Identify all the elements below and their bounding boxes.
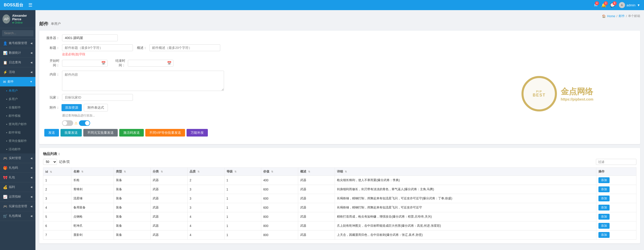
cell-quality: 4 [188, 230, 225, 240]
notvip-batch-button[interactable]: 不同元宝批量发送 [83, 129, 118, 137]
add-item-button[interactable]: 添加 [598, 223, 610, 229]
send-button[interactable]: 发送 [44, 129, 59, 137]
toggle-switch[interactable] [62, 120, 73, 126]
main-content: 🏠 Home / 邮件 / 单个邮箱 邮件 单用户 服务器： 标题： 概述： 这… [35, 10, 644, 250]
sidebar-item-log[interactable]: 📋 日志查询 ◀ [0, 58, 35, 67]
breadcrumb-mail[interactable]: 邮件 [619, 14, 625, 18]
page-size-select[interactable]: 50 100 200 [43, 159, 57, 165]
sidebar-item-audit[interactable]: ● 邮件审核 [0, 128, 35, 137]
sidebar-item-ops[interactable]: 📈 运营指标 ◀ [0, 192, 35, 202]
per-page-label: 记录/页 [59, 160, 70, 164]
toggle-area[interactable]: ⚠ [62, 120, 90, 126]
chevron-icon: ◀ [30, 61, 32, 64]
sidebar-item-query-all[interactable]: ● 查询全服邮件 [0, 137, 35, 145]
cell-detail: 长绳铁锤，精钢打制，挥舞起来有似流星飞闪，可近攻亦可近守(爆分武将：丁奉,徐盛) [335, 194, 596, 203]
cell-detail: 精铁打造而成，枪尖有如钩镰，增强攻击(爆分武将：程普,吕玲绮,关兴) [335, 212, 596, 221]
sidebar-item-welfare[interactable]: 💰 福利 ◀ [0, 182, 35, 192]
attachment-method-button[interactable]: 附件表达式 [84, 104, 108, 111]
col-summary[interactable]: 概述 ⇅ [298, 168, 335, 176]
sub-item-label: 查询全服邮件 [9, 139, 27, 143]
col-level[interactable]: 等级 ⇅ [224, 168, 261, 176]
sidebar-item-single-user[interactable]: ● 单用户 [0, 87, 35, 95]
cell-action[interactable]: 添加 [596, 194, 636, 203]
add-item-button[interactable]: 添加 [598, 196, 610, 201]
col-id[interactable]: id ⇅ [43, 168, 71, 176]
cell-value: 400 [261, 176, 298, 185]
sidebar-item-stats[interactable]: 📊 数据统计 ◀ [0, 48, 35, 58]
cell-id: 7 [43, 230, 71, 240]
col-action: 操作 [596, 168, 636, 176]
sidebar-item-player[interactable]: 🎮 玩家信息管理 ◀ [0, 202, 35, 211]
add-item-button[interactable]: 添加 [598, 214, 610, 220]
player-input[interactable] [62, 94, 133, 101]
content-textarea[interactable] [62, 71, 224, 91]
sidebar-item-activity[interactable]: ⚡ 活动 ◀ [0, 67, 35, 77]
add-item-button[interactable]: 添加 [598, 205, 610, 210]
add-item-button[interactable]: 添加 [598, 186, 610, 192]
vip-batch-button[interactable]: 不同VIP等份批量发送 [145, 129, 185, 137]
sidebar-item-mail[interactable]: ✉ 邮件 ▼ [0, 77, 35, 87]
warning-icon: ⚠ [74, 121, 78, 125]
sidebar-item-gift[interactable]: 🎀 礼包 ◀ [0, 173, 35, 182]
summary-input[interactable] [149, 44, 220, 51]
dot-icon: ● [6, 98, 7, 100]
col-value[interactable]: 价值 ⇅ [261, 168, 298, 176]
chevron-icon: ◀ [30, 71, 32, 73]
sidebar-item-account[interactable]: 👤 账号权限管理 ◀ [0, 39, 35, 48]
toggle-switch-2[interactable] [79, 120, 90, 126]
add-attachment-button[interactable]: 添加资源 [62, 104, 82, 111]
supplement-button[interactable]: 万能补发 [187, 129, 208, 137]
sort-icon: ⇅ [308, 170, 310, 173]
add-item-button[interactable]: 添加 [598, 177, 610, 183]
sidebar-item-label: 礼包商城 [9, 214, 21, 218]
end-date-input[interactable] [128, 60, 173, 67]
end-datetime[interactable]: 📅 [128, 60, 173, 67]
sidebar-item-giftcode[interactable]: 🎁 礼包码 ◀ [0, 163, 35, 173]
cell-action[interactable]: 添加 [596, 221, 636, 230]
hamburger-icon[interactable]: ☰ [28, 2, 32, 8]
start-date-input[interactable] [62, 60, 108, 67]
col-type[interactable]: 类型 ⇅ [114, 168, 151, 176]
cell-summary: 武器 [298, 212, 335, 221]
cell-category: 武器 [151, 176, 188, 185]
breadcrumb-home[interactable]: Home [607, 14, 615, 18]
subject-input[interactable] [62, 44, 133, 51]
cell-action[interactable]: 添加 [596, 176, 636, 185]
start-datetime[interactable]: 📅 [62, 60, 108, 67]
top-navbar: BOSS后台 ☰ ✉ 4 🔔 3 💬 9 A admin ▼ [0, 0, 644, 10]
sidebar-item-label: 运营指标 [9, 195, 21, 199]
mail-nav-icon[interactable]: ✉ 4 [594, 3, 597, 8]
sidebar-item-template[interactable]: ● 邮件模板 [0, 112, 35, 120]
cell-summary: 武器 [298, 194, 335, 203]
col-category[interactable]: 分类 ⇅ [151, 168, 188, 176]
sidebar-search[interactable] [0, 28, 35, 39]
search-input[interactable] [2, 30, 33, 36]
cell-id: 5 [43, 212, 71, 221]
filter-input[interactable] [596, 159, 636, 165]
sidebar-item-all-mail[interactable]: ● 全服邮件 [0, 103, 35, 112]
sidebar-item-giftshop[interactable]: 🛒 礼包商城 ◀ [0, 211, 35, 221]
cell-id: 6 [43, 221, 71, 230]
add-item-button[interactable]: 添加 [598, 232, 610, 238]
sidebar-item-multi-user[interactable]: ● 多用户 [0, 95, 35, 103]
sidebar-item-real[interactable]: 🎮 实时管理 ◀ [0, 153, 35, 163]
sidebar-item-query-user[interactable]: ● 查询用户邮件 [0, 120, 35, 128]
cell-action[interactable]: 添加 [596, 203, 636, 212]
user-profile[interactable]: A admin ▼ [619, 2, 640, 8]
sidebar-item-activity-mail[interactable]: ● 活动邮件 [0, 145, 35, 153]
col-detail[interactable]: 详细 ⇅ [335, 168, 596, 176]
cell-action[interactable]: 添加 [596, 185, 636, 194]
cell-action[interactable]: 添加 [596, 212, 636, 221]
bell-nav-icon[interactable]: 🔔 3 [601, 3, 606, 8]
cell-action[interactable]: 添加 [596, 230, 636, 240]
batch-send-button[interactable]: 批量发送 [61, 129, 82, 137]
active-send-button[interactable]: 激活码发送 [119, 129, 144, 137]
server-input[interactable] [62, 34, 118, 41]
cell-name: 点钢枪 [71, 212, 114, 221]
col-quality[interactable]: 品质 ⇅ [188, 168, 225, 176]
attachment-row: 附件： 添加资源 附件表达式 [44, 104, 635, 111]
chat-nav-icon[interactable]: 💬 9 [610, 3, 615, 8]
col-name[interactable]: 名称 ⇅ [71, 168, 114, 176]
account-icon: 👤 [3, 41, 7, 45]
content-label: 内容： [44, 71, 59, 77]
